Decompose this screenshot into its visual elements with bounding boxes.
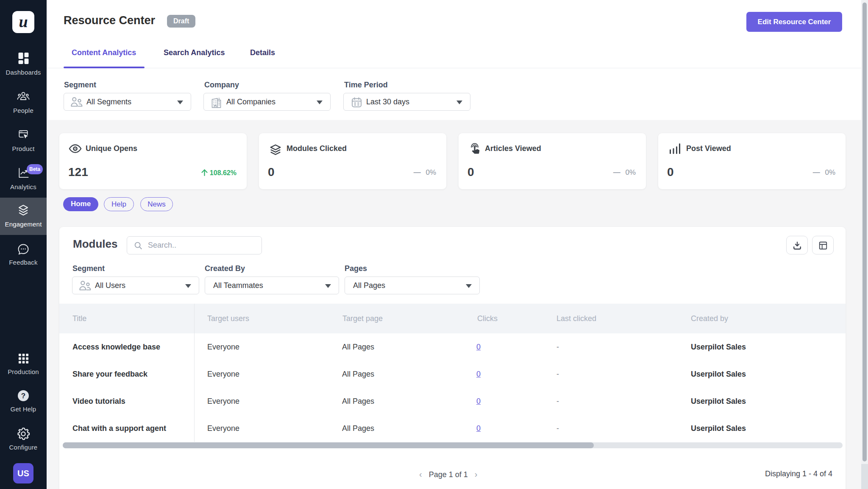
svg-text:?: ? [21,392,25,400]
